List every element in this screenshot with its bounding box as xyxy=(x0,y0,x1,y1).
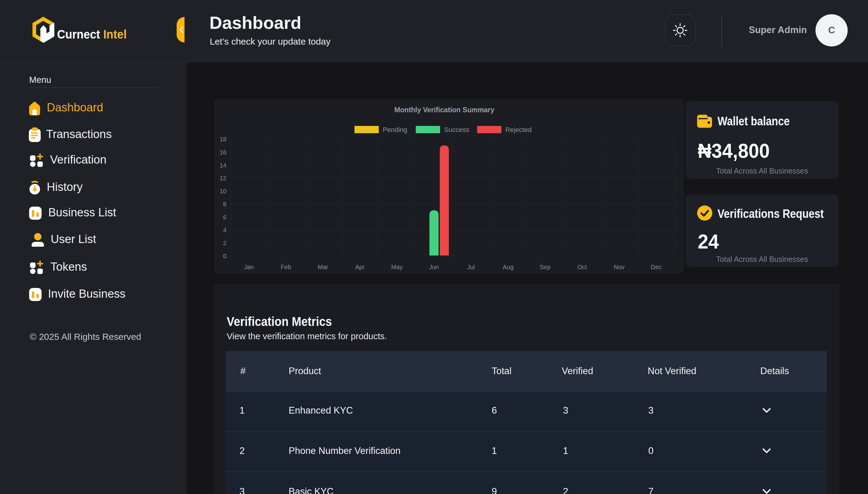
svg-text:10: 10 xyxy=(220,188,226,194)
svg-text:Sep: Sep xyxy=(540,264,550,270)
svg-text:Jan: Jan xyxy=(244,264,254,270)
svg-text:Jun: Jun xyxy=(429,264,439,270)
svg-text:Dec: Dec xyxy=(651,264,662,270)
svg-text:2: 2 xyxy=(223,240,226,246)
svg-text:18: 18 xyxy=(220,136,226,142)
svg-text:Monthly Verification Summary: Monthly Verification Summary xyxy=(394,106,494,114)
svg-text:6: 6 xyxy=(223,214,226,221)
svg-text:12: 12 xyxy=(220,175,226,182)
svg-text:Nov: Nov xyxy=(614,264,625,270)
svg-text:Apr: Apr xyxy=(355,264,364,270)
svg-text:Success: Success xyxy=(444,126,469,134)
svg-text:Jul: Jul xyxy=(467,264,475,270)
svg-text:May: May xyxy=(391,264,403,270)
svg-text:4: 4 xyxy=(223,227,226,233)
svg-text:Rejected: Rejected xyxy=(505,126,532,134)
svg-text:8: 8 xyxy=(223,201,226,208)
svg-text:14: 14 xyxy=(220,162,226,169)
svg-text:Pending: Pending xyxy=(383,126,407,134)
svg-text:Oct: Oct xyxy=(577,264,587,270)
svg-text:0: 0 xyxy=(223,253,226,260)
svg-text:16: 16 xyxy=(220,149,226,156)
svg-text:Aug: Aug xyxy=(503,264,513,270)
svg-text:Mar: Mar xyxy=(318,264,328,270)
svg-text:Feb: Feb xyxy=(281,264,291,270)
